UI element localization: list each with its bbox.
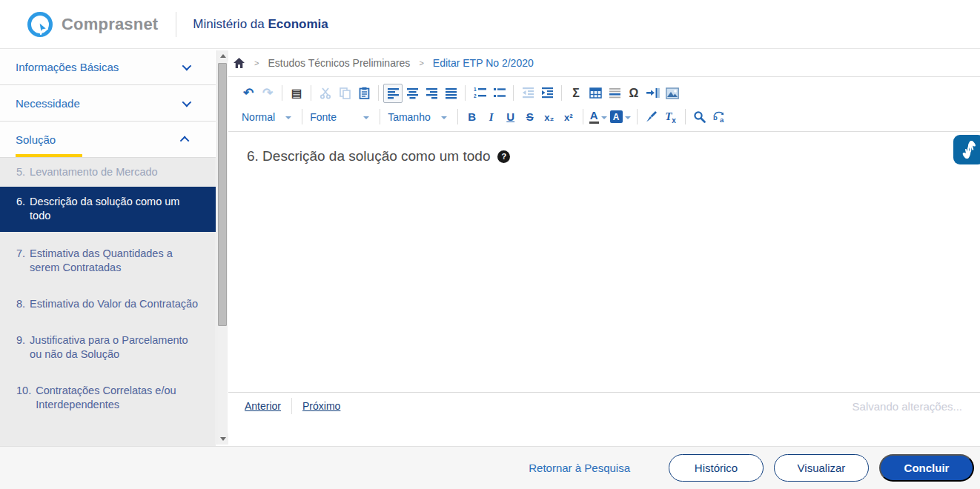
align-center-icon[interactable]: [403, 84, 422, 103]
sidebar-item-5-levantamento-de-mercado[interactable]: 5. Levantamento de Mercado: [0, 158, 216, 187]
vlibras-accessibility-button[interactable]: [953, 135, 980, 164]
sidebar-scrollbar[interactable]: [216, 50, 228, 445]
active-section-indicator: [16, 154, 82, 157]
section-heading-text: 6. Descrição da solução como um todo: [247, 148, 490, 164]
align-right-icon[interactable]: [422, 84, 441, 103]
special-character-icon[interactable]: Ω: [624, 84, 643, 103]
svg-text:b: b: [713, 113, 718, 122]
sidebar-section-necessidade[interactable]: Necessidade: [0, 85, 216, 122]
history-button[interactable]: Histórico: [669, 454, 764, 482]
preview-button[interactable]: Visualizar: [774, 454, 869, 482]
sidebar-section-solucao[interactable]: Solução: [0, 122, 216, 158]
sidebar-item-10-contratacoes-correlatas[interactable]: 10. Contratações Correlatas e/ou Interde…: [0, 376, 216, 419]
editor-pagination: Anterior Próximo Salvando alterações...: [228, 392, 980, 419]
replace-icon[interactable]: ba: [709, 107, 729, 127]
toolbar-separator: [561, 85, 562, 101]
toolbar-separator: [311, 85, 311, 101]
toolbar-separator: [380, 109, 380, 124]
caret-down-icon: [363, 116, 369, 119]
sidebar-item-7-estimativa-quantidades[interactable]: 7. Estimativa das Quantidades a serem Co…: [0, 239, 216, 282]
table-icon[interactable]: [586, 84, 605, 103]
superscript-button[interactable]: x²: [559, 110, 578, 123]
chevron-down-icon: [182, 97, 192, 107]
select-all-icon[interactable]: ▤: [287, 84, 306, 103]
increase-indent-icon[interactable]: [537, 84, 557, 103]
next-link[interactable]: Próximo: [302, 400, 340, 412]
paragraph-format-dropdown[interactable]: Normal: [239, 111, 297, 123]
font-size-dropdown[interactable]: Tamanho: [385, 111, 453, 123]
home-icon[interactable]: [233, 57, 245, 69]
toolbar-separator: [378, 85, 379, 101]
redo-icon[interactable]: ↷: [258, 84, 277, 103]
comprasnet-logo[interactable]: Comprasnet: [25, 10, 158, 39]
undo-icon[interactable]: ↶: [239, 84, 258, 103]
breadcrumb-separator: >: [254, 59, 259, 67]
breadcrumb-item-etp[interactable]: Estudos Técnicos Preliminares: [268, 57, 410, 69]
sidebar-item-9-justificativa-parcelamento[interactable]: 9. Justificativa para o Parcelamento ou …: [0, 326, 216, 369]
sign-language-hands-icon: [959, 140, 979, 159]
toolbar-separator: [583, 109, 583, 124]
find-icon[interactable]: [690, 107, 709, 127]
sidebar-item-list: 5. Levantamento de Mercado 6. Descrição …: [0, 158, 216, 419]
chevron-up-icon: [180, 136, 190, 145]
underline-button[interactable]: U: [501, 110, 520, 123]
toolbar-separator: [465, 85, 466, 101]
scroll-up-icon: [220, 54, 226, 58]
justify-icon[interactable]: [441, 84, 460, 103]
cut-icon[interactable]: [316, 84, 335, 103]
caret-down-icon: [441, 116, 447, 119]
align-left-icon[interactable]: [383, 84, 403, 103]
subscript-button[interactable]: x₂: [540, 110, 559, 123]
horizontal-rule-icon[interactable]: [605, 84, 624, 103]
brand-name: Comprasnet: [62, 15, 158, 34]
copy-icon[interactable]: [335, 84, 354, 103]
bulleted-list-icon[interactable]: [489, 84, 509, 103]
svg-text:2: 2: [474, 93, 477, 99]
conclude-button[interactable]: Concluir: [879, 454, 974, 482]
caret-down-icon: [285, 116, 291, 119]
sidebar-item-6-descricao-da-solucao[interactable]: 6. Descrição da solução como um todo: [0, 187, 216, 232]
toolbar-separator: [457, 109, 458, 124]
scroll-up-button[interactable]: [217, 50, 228, 61]
toolbar-separator: [513, 85, 514, 101]
remove-format-button[interactable]: Tx: [661, 110, 681, 124]
background-color-button[interactable]: A: [610, 110, 631, 123]
pagination-separator: [291, 398, 292, 414]
header-divider: [176, 12, 176, 37]
saving-status: Salvando alterações...: [852, 400, 962, 413]
editor-toolbar: ↶ ↷ ▤: [228, 77, 980, 132]
scrollbar-thumb[interactable]: [218, 63, 227, 326]
scroll-down-icon: [220, 437, 226, 441]
editor-content-area[interactable]: 6. Descrição da solução como um todo ? A…: [228, 132, 980, 419]
image-icon[interactable]: [663, 84, 682, 103]
previous-link[interactable]: Anterior: [245, 400, 281, 412]
caret-down-icon: [625, 116, 631, 119]
page-break-icon[interactable]: [643, 84, 663, 103]
return-to-search-link[interactable]: Retornar à Pesquisa: [529, 462, 630, 474]
text-color-button[interactable]: A: [589, 110, 607, 124]
paste-icon[interactable]: [354, 84, 374, 103]
toolbar-separator: [637, 109, 638, 124]
bold-button[interactable]: B: [463, 110, 482, 123]
decrease-indent-icon[interactable]: [518, 84, 537, 103]
sidebar-item-8-estimativa-valor[interactable]: 8. Estimativa do Valor da Contratação: [0, 290, 216, 319]
sidebar-section-informacoes-basicas[interactable]: Informações Básicas: [0, 49, 216, 85]
italic-button[interactable]: I: [482, 110, 501, 124]
breadcrumb: > Estudos Técnicos Preliminares > Editar…: [228, 49, 980, 77]
scroll-down-button[interactable]: [217, 433, 228, 445]
breadcrumb-item-editar-etp[interactable]: Editar ETP No 2/2020: [433, 57, 534, 69]
strikethrough-button[interactable]: S: [520, 110, 540, 123]
breadcrumb-separator: >: [419, 59, 423, 67]
formula-icon[interactable]: Σ: [566, 84, 586, 103]
sidebar: Informações Básicas Necessidade Solução …: [0, 49, 216, 446]
chevron-down-icon: [182, 61, 192, 70]
font-name-dropdown[interactable]: Fonte: [307, 111, 375, 123]
numbered-list-icon[interactable]: 12: [470, 84, 489, 103]
top-header: Comprasnet Ministério da Economia: [0, 0, 980, 49]
help-icon[interactable]: ?: [497, 150, 510, 163]
svg-text:a: a: [720, 116, 724, 123]
app-window: Comprasnet Ministério da Economia Inform…: [0, 0, 980, 489]
copy-formatting-icon[interactable]: [642, 107, 661, 127]
toolbar-separator: [282, 85, 282, 101]
toolbar-row-1: ↶ ↷ ▤: [239, 82, 980, 104]
